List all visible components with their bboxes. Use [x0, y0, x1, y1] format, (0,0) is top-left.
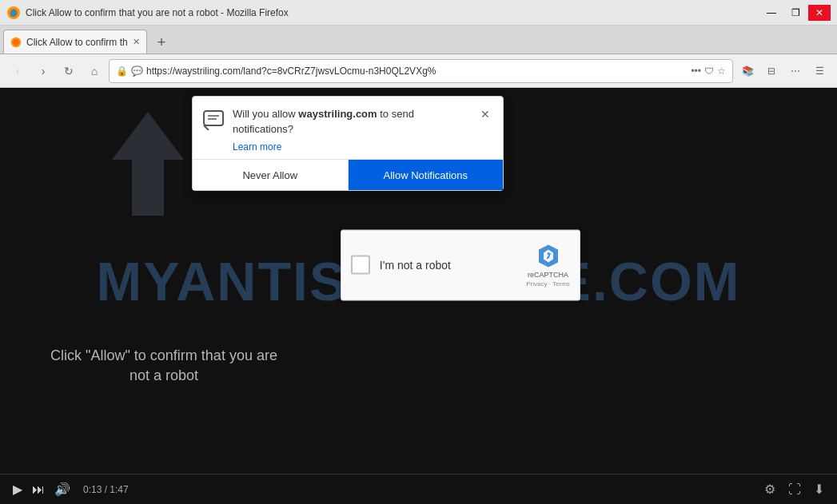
shield-icon[interactable]: 🛡	[704, 65, 714, 77]
notif-actions: Never Allow Allow Notifications	[193, 159, 503, 190]
recaptcha-widget: I'm not a robot reCAPTCHA Privacy · Term…	[341, 229, 580, 300]
volume-button[interactable]: 🔊	[54, 482, 70, 497]
navbar: ‹ › ↻ ⌂ 🔒 💬 https://waystriling.com/land…	[0, 54, 837, 88]
url-text: https://waystriling.com/land?c=8vCRrZ7jw…	[146, 65, 688, 77]
forward-button[interactable]: ›	[32, 60, 54, 82]
learn-more-link[interactable]: Learn more	[233, 141, 469, 153]
page-content: MYANTISPYWARE.COM Click "Allow" to confi…	[0, 88, 837, 474]
titlebar-title: Click Allow to confirm that you are not …	[26, 7, 289, 18]
statusbar: ▶ ⏭ 🔊 0:13 / 1:47 ⚙ ⛶ ⬇	[0, 474, 837, 504]
play-button[interactable]: ▶	[13, 482, 22, 497]
allow-notifications-button[interactable]: Allow Notifications	[349, 160, 504, 190]
svg-rect-5	[204, 111, 223, 125]
recaptcha-logo-icon	[536, 243, 561, 268]
recaptcha-label: I'm not a robot	[380, 259, 516, 272]
titlebar-left: Click Allow to confirm that you are not …	[6, 6, 289, 20]
tab-title: Click Allow to confirm th	[26, 37, 128, 48]
recaptcha-checkbox[interactable]	[351, 256, 370, 275]
minimize-button[interactable]: —	[760, 5, 783, 21]
recaptcha-links: Privacy · Terms	[526, 280, 570, 287]
notif-chat-icon	[202, 108, 225, 130]
restore-button[interactable]: ❐	[784, 5, 807, 21]
titlebar: Click Allow to confirm that you are not …	[0, 0, 837, 26]
home-button[interactable]: ⌂	[83, 60, 106, 82]
arrow-up-icon	[112, 112, 184, 216]
close-button[interactable]: ✕	[808, 5, 831, 21]
sidebar-icon[interactable]: ⊟	[760, 60, 783, 82]
bookmark-star-icon[interactable]: ☆	[717, 65, 726, 77]
address-icons: ••• 🛡 ☆	[691, 65, 726, 77]
click-instruction-text: Click "Allow" to confirm that you are no…	[48, 346, 280, 386]
menu-button[interactable]: ☰	[808, 60, 831, 82]
statusbar-right: ⚙ ⛶ ⬇	[764, 482, 824, 497]
notif-title: Will you allow waystriling.com to send n…	[233, 108, 414, 135]
recaptcha-brand-text: reCAPTCHA	[528, 270, 568, 278]
playback-time: 0:13 / 1:47	[83, 484, 129, 495]
tabbar: Click Allow to confirm th ✕ +	[0, 26, 837, 54]
skip-button[interactable]: ⏭	[32, 482, 45, 497]
tab-favicon	[10, 37, 22, 48]
nav-extra: 📚 ⊟ ⋯ ☰	[736, 60, 831, 82]
notif-content: Will you allow waystriling.com to send n…	[233, 106, 469, 153]
extensions-icon[interactable]: ⋯	[784, 60, 807, 82]
settings-icon[interactable]: ⚙	[764, 482, 775, 497]
tab-close-icon[interactable]: ✕	[133, 37, 140, 47]
notif-close-button[interactable]: ✕	[477, 106, 493, 122]
address-bar[interactable]: 🔒 💬 https://waystriling.com/land?c=8vCRr…	[109, 59, 733, 83]
svg-marker-4	[112, 112, 184, 216]
never-allow-button[interactable]: Never Allow	[193, 160, 349, 190]
new-tab-button[interactable]: +	[150, 31, 173, 54]
fullscreen-icon[interactable]: ⛶	[788, 482, 801, 497]
svg-point-3	[13, 39, 19, 46]
reload-button[interactable]: ↻	[58, 60, 80, 82]
notif-header: Will you allow waystriling.com to send n…	[193, 97, 503, 159]
firefox-icon	[6, 6, 21, 20]
recaptcha-container: I'm not a robot reCAPTCHA Privacy · Term…	[341, 229, 580, 300]
download-icon[interactable]: ⬇	[814, 482, 824, 497]
titlebar-controls: — ❐ ✕	[760, 5, 831, 21]
collections-icon[interactable]: 📚	[736, 60, 759, 82]
more-icon[interactable]: •••	[691, 65, 701, 77]
arrow-container	[112, 112, 184, 219]
back-button[interactable]: ‹	[6, 60, 29, 82]
notification-icon: 💬	[131, 65, 143, 77]
active-tab[interactable]: Click Allow to confirm th ✕	[3, 30, 147, 54]
notification-popup: Will you allow waystriling.com to send n…	[192, 96, 504, 191]
security-icon: 🔒	[116, 65, 128, 77]
recaptcha-logo: reCAPTCHA Privacy · Terms	[526, 243, 570, 287]
